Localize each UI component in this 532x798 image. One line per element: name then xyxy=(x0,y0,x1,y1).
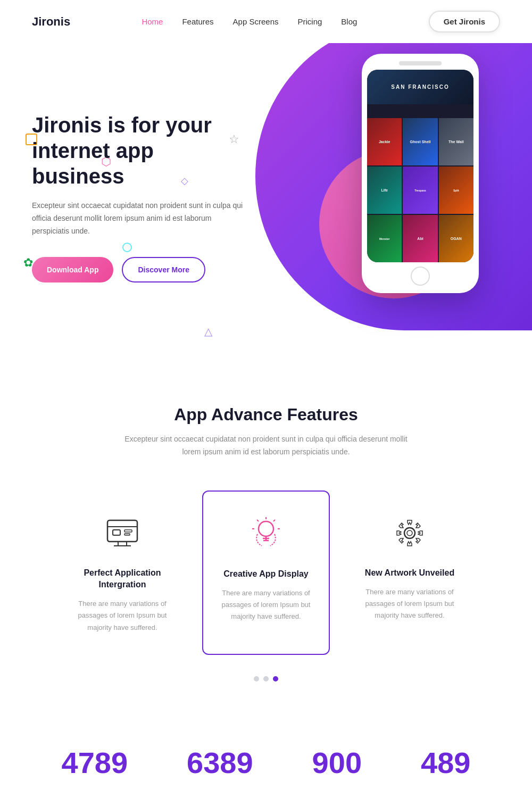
svg-line-14 xyxy=(257,520,259,521)
svg-line-13 xyxy=(273,520,275,521)
artwork-icon xyxy=(388,512,431,554)
stat-item-2: 6389 xyxy=(187,745,253,780)
hero-section: ⬡ ☆ ◇ ✿ △ Jironis is for your internet a… xyxy=(0,43,532,362)
logo: Jironis xyxy=(32,15,70,29)
stat-number-3: 900 xyxy=(312,745,362,780)
nav-features[interactable]: Features xyxy=(182,17,213,26)
feature-text-creative: There are many variations of passages of… xyxy=(216,587,316,622)
dot-1[interactable] xyxy=(254,676,259,681)
phone-home-button xyxy=(411,267,430,286)
svg-rect-0 xyxy=(107,520,137,542)
creative-icon xyxy=(245,513,287,555)
movie-thumb-8: Abi xyxy=(403,215,437,262)
triangle-shape-icon: △ xyxy=(204,325,212,338)
svg-point-17 xyxy=(404,528,415,538)
movie-thumb-7: Monster xyxy=(367,215,402,262)
features-cards: Perfect Application Intergration There a… xyxy=(32,491,500,655)
feature-card-creative: Creative App Display There are many vari… xyxy=(202,491,330,655)
phone-notch xyxy=(399,61,442,65)
dot-2[interactable] xyxy=(263,676,269,681)
navbar: Jironis Home Features App Screens Pricin… xyxy=(0,0,532,43)
get-jironis-button[interactable]: Get Jironis xyxy=(429,11,500,32)
feature-card-integration: Perfect Application Intergration There a… xyxy=(59,491,186,655)
nav-pricing[interactable]: Pricing xyxy=(298,17,322,26)
nav-app-screens[interactable]: App Screens xyxy=(233,17,279,26)
feature-name-integration: Perfect Application Intergration xyxy=(71,567,173,591)
phone-mockup-container: SAN FRANCISCO Jackie Ghost Shell The Wal… xyxy=(362,54,479,293)
movie-thumb-4: Life xyxy=(367,167,402,214)
carousel-dots xyxy=(32,676,500,681)
phone-screen: SAN FRANCISCO Jackie Ghost Shell The Wal… xyxy=(367,70,473,262)
stats-section: 4789 6389 900 489 xyxy=(0,713,532,798)
nav-links: Home Features App Screens Pricing Blog xyxy=(142,17,357,27)
integration-icon xyxy=(101,512,144,554)
features-description: Excepteur sint occaecat cupidatat non pr… xyxy=(117,433,415,459)
movie-banner: SAN FRANCISCO xyxy=(367,70,473,104)
movie-thumb-2: Ghost Shell xyxy=(403,118,437,165)
stat-number-1: 4789 xyxy=(61,745,128,780)
feature-card-artwork: New Artwork Unveiled There are many vari… xyxy=(346,491,473,655)
download-app-button[interactable]: Download App xyxy=(32,257,113,282)
hero-title: Jironis is for your internet app busines… xyxy=(32,112,245,189)
movie-thumb-5: Trespass xyxy=(403,167,437,214)
movie-thumb-9: OGAN xyxy=(439,215,473,262)
feature-text-integration: There are many variations of passages of… xyxy=(71,598,173,633)
feature-name-creative: Creative App Display xyxy=(216,568,316,580)
movie-thumb-3: The Wall xyxy=(439,118,473,165)
nav-home[interactable]: Home xyxy=(142,17,163,26)
hero-content: Jironis is for your internet app busines… xyxy=(32,112,245,282)
stat-number-4: 489 xyxy=(421,745,470,780)
hero-description: Excepteur sint occaecat cupidatat non pr… xyxy=(32,200,245,237)
svg-rect-3 xyxy=(124,530,132,532)
svg-rect-2 xyxy=(113,530,120,535)
stat-number-2: 6389 xyxy=(187,745,253,780)
hero-buttons: Download App Discover More xyxy=(32,257,245,282)
svg-point-8 xyxy=(259,521,273,536)
movie-thumb-1: Jackie xyxy=(367,118,402,165)
stat-item-4: 489 xyxy=(421,745,470,780)
nav-blog[interactable]: Blog xyxy=(341,17,357,26)
movie-thumb-6: Split xyxy=(439,167,473,214)
features-section: App Advance Features Excepteur sint occa… xyxy=(0,362,532,713)
stat-item-1: 4789 xyxy=(61,745,128,780)
svg-point-18 xyxy=(407,530,412,536)
dot-3-active[interactable] xyxy=(273,676,278,681)
features-title: App Advance Features xyxy=(32,405,500,425)
stat-item-3: 900 xyxy=(312,745,362,780)
feature-text-artwork: There are many variations of passages of… xyxy=(359,586,461,621)
phone-mockup: SAN FRANCISCO Jackie Ghost Shell The Wal… xyxy=(362,54,479,293)
svg-rect-4 xyxy=(124,534,130,535)
feature-name-artwork: New Artwork Unveiled xyxy=(359,567,461,579)
discover-more-button[interactable]: Discover More xyxy=(122,257,205,282)
